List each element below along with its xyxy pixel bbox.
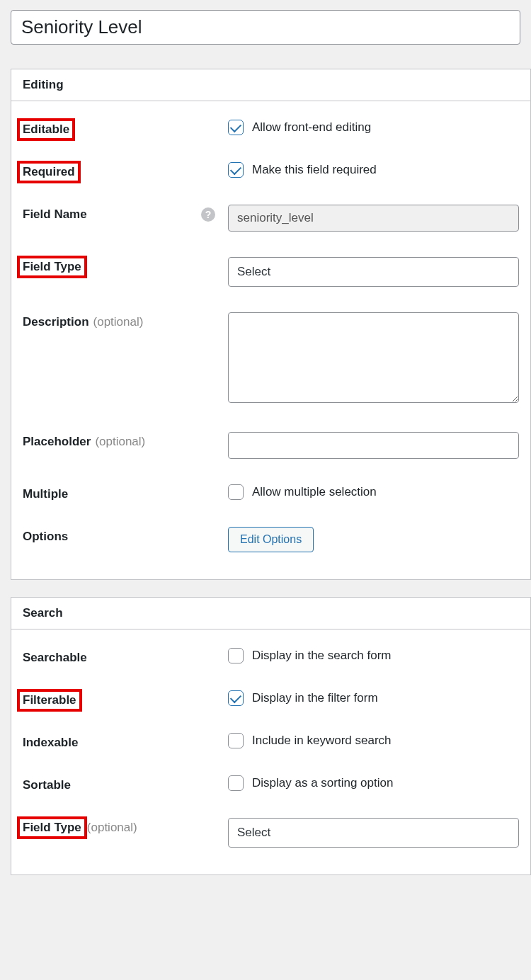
label-sortable: Sortable [23,778,71,792]
row-required: Required Make this field required [11,149,530,192]
checkbox-filterable[interactable] [228,690,244,706]
row-description: Description (optional) [11,300,530,419]
select-field-type[interactable]: Select [228,257,519,287]
input-placeholder[interactable] [228,432,519,459]
checkbox-indexable[interactable] [228,733,244,748]
row-field-type: Field Type Select [11,244,530,300]
label-search-field-type: Field Type [23,821,81,834]
option-sortable: Display as a sorting option [252,776,393,790]
row-editable: Editable Allow front-end editing [11,107,530,149]
checkbox-searchable[interactable] [228,648,244,663]
input-field-name [228,205,519,232]
row-placeholder: Placeholder (optional) [11,419,530,472]
option-filterable: Display in the filter form [252,691,378,705]
label-field-name: Field Name [23,207,87,222]
row-search-field-type: Field Type (optional) Select [11,805,530,860]
label-search-field-type-optional: (optional) [87,821,137,835]
select-search-field-type[interactable]: Select [228,818,519,848]
label-description-optional: (optional) [93,315,144,329]
search-panel: Search Searchable Display in the search … [11,597,531,875]
option-editable: Allow front-end editing [252,120,371,135]
label-filterable: Filterable [23,693,76,707]
row-indexable: Indexable Include in keyword search [11,720,530,763]
label-indexable: Indexable [23,736,78,750]
row-searchable: Searchable Display in the search form [11,635,530,678]
row-filterable: Filterable Display in the filter form [11,678,530,720]
edit-options-button[interactable]: Edit Options [228,527,314,552]
checkbox-multiple[interactable] [228,484,244,500]
label-placeholder-optional: (optional) [95,435,145,449]
label-placeholder: Placeholder [23,435,91,449]
editing-header: Editing [11,69,530,101]
row-multiple: Multiple Allow multiple selection [11,472,530,514]
row-sortable: Sortable Display as a sorting option [11,763,530,805]
checkbox-sortable[interactable] [228,775,244,791]
checkbox-editable[interactable] [228,120,244,135]
option-indexable: Include in keyword search [252,734,392,748]
search-header: Search [11,598,530,629]
label-editable: Editable [23,122,69,136]
label-description: Description [23,315,89,329]
label-field-type: Field Type [23,260,81,273]
option-required: Make this field required [252,163,377,177]
row-options: Options Edit Options [11,514,530,565]
option-multiple: Allow multiple selection [252,485,377,499]
checkbox-required[interactable] [228,162,244,178]
label-required: Required [23,165,75,178]
label-searchable: Searchable [23,651,87,665]
editing-panel: Editing Editable Allow front-end editing… [11,69,531,580]
textarea-description[interactable] [228,312,519,403]
help-icon[interactable]: ? [201,207,215,222]
option-searchable: Display in the search form [252,649,392,663]
label-multiple: Multiple [23,487,68,501]
row-field-name: Field Name ? [11,192,530,244]
title-input[interactable] [11,10,520,45]
label-options: Options [23,530,68,544]
